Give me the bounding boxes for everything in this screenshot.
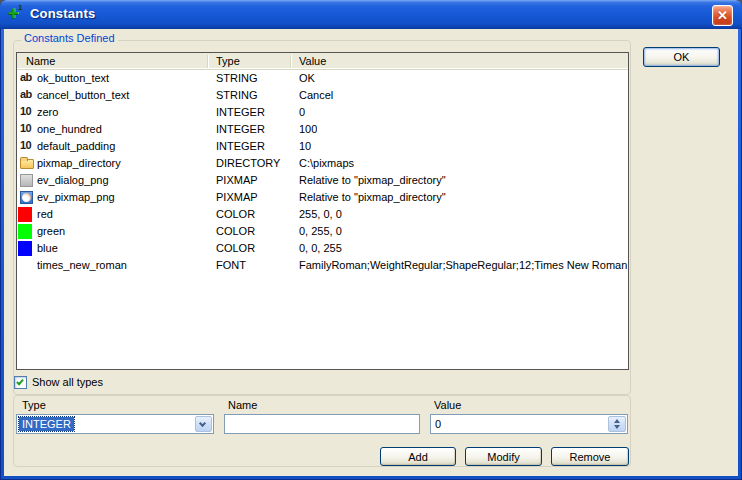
value-input[interactable] (431, 415, 607, 433)
plus-icon: + (8, 3, 19, 24)
pixmap-gray-icon (20, 174, 33, 187)
constant-name: times_new_roman (37, 259, 127, 271)
constant-value: Relative to "pixmap_directory" (299, 191, 446, 203)
constant-type: INTEGER (216, 106, 265, 118)
constant-type: STRING (216, 72, 258, 84)
constant-name: default_padding (37, 140, 115, 152)
color-swatch-icon (18, 207, 32, 222)
spinner-buttons (608, 416, 626, 432)
constant-value: 10 (299, 140, 311, 152)
modify-button[interactable]: Modify (465, 447, 542, 466)
remove-button[interactable]: Remove (551, 447, 629, 466)
ok-button[interactable]: OK (643, 47, 720, 67)
titlebar[interactable]: + 1 Constants ✕ (0, 0, 742, 29)
type-combobox-selected-value: INTEGER (19, 417, 74, 431)
constants-dialog-window: + 1 Constants ✕ OK Constants Defined Nam… (0, 0, 742, 480)
constant-name: red (37, 208, 53, 220)
checkmark-icon (16, 378, 24, 386)
constant-type: PIXMAP (216, 191, 258, 203)
header-separator (207, 55, 209, 68)
close-button[interactable]: ✕ (712, 5, 733, 26)
table-row[interactable]: redCOLOR255, 0, 0 (17, 206, 628, 223)
table-row[interactable]: pixmap_directoryDIRECTORYC:\pixmaps (17, 155, 628, 172)
groupbox-title: Constants Defined (21, 32, 118, 44)
constant-name: green (37, 225, 65, 237)
value-label: Value (434, 399, 461, 411)
value-spinbox[interactable] (430, 414, 628, 434)
constant-type: INTEGER (216, 140, 265, 152)
color-swatch-icon (18, 224, 32, 239)
checkbox-label: Show all types (32, 376, 103, 388)
type-label: Type (22, 399, 46, 411)
constant-value: 0 (299, 106, 305, 118)
constant-value: FamilyRoman;WeightRegular;ShapeRegular;1… (299, 259, 627, 271)
color-swatch-icon (18, 241, 32, 256)
constant-type: PIXMAP (216, 174, 258, 186)
header-separator (290, 55, 292, 68)
spin-down-button[interactable] (609, 423, 625, 431)
constant-type: INTEGER (216, 123, 265, 135)
plus-icon-superscript: 1 (18, 3, 22, 12)
window-title: Constants (30, 6, 95, 21)
combobox-dropdown-button[interactable] (195, 416, 212, 432)
constant-type: STRING (216, 89, 258, 101)
table-row[interactable]: 10zeroINTEGER0 (17, 104, 628, 121)
arrow-down-icon (614, 425, 620, 429)
constant-type: DIRECTORY (216, 157, 280, 169)
type-combobox[interactable]: INTEGER (16, 414, 214, 434)
column-header-name[interactable]: Name (26, 55, 55, 67)
constant-name: cancel_button_text (37, 89, 129, 101)
table-row[interactable]: times_new_romanFONTFamilyRoman;WeightReg… (17, 257, 628, 274)
integer-icon: 10 (20, 105, 35, 119)
integer-icon: 10 (20, 139, 35, 153)
table-row[interactable]: ev_dialog_pngPIXMAPRelative to "pixmap_d… (17, 172, 628, 189)
table-row[interactable]: blueCOLOR0, 0, 255 (17, 240, 628, 257)
chevron-down-icon (199, 420, 206, 427)
integer-icon: 10 (20, 122, 35, 136)
constant-name: ev_pixmap_png (37, 191, 115, 203)
pixmap-sphere-icon (20, 191, 33, 204)
constant-value: C:\pixmaps (299, 157, 354, 169)
table-row[interactable]: abcancel_button_textSTRINGCancel (17, 87, 628, 104)
constants-table: Name Type Value abok_button_textSTRINGOK… (16, 52, 629, 370)
string-icon: ab (20, 88, 35, 102)
string-icon: ab (20, 71, 35, 85)
table-header: Name Type Value (17, 53, 628, 70)
add-button[interactable]: Add (380, 447, 456, 466)
checkbox-box[interactable] (14, 376, 27, 389)
constant-name: zero (37, 106, 58, 118)
table-row[interactable]: ev_pixmap_pngPIXMAPRelative to "pixmap_d… (17, 189, 628, 206)
column-header-value[interactable]: Value (299, 55, 326, 67)
constant-value: 255, 0, 0 (299, 208, 342, 220)
constant-name: pixmap_directory (37, 157, 121, 169)
table-body: abok_button_textSTRINGOKabcancel_button_… (17, 70, 628, 274)
constant-name: one_hundred (37, 123, 102, 135)
constant-name: blue (37, 242, 58, 254)
constant-name: ev_dialog_png (37, 174, 109, 186)
constant-value: 0, 255, 0 (299, 225, 342, 237)
constant-value: 100 (299, 123, 317, 135)
table-row[interactable]: 10default_paddingINTEGER10 (17, 138, 628, 155)
constant-value: Cancel (299, 89, 333, 101)
directory-icon (20, 159, 34, 169)
constant-value: 0, 0, 255 (299, 242, 342, 254)
constant-type: FONT (216, 259, 246, 271)
table-row[interactable]: 10one_hundredINTEGER100 (17, 121, 628, 138)
constant-value: Relative to "pixmap_directory" (299, 174, 446, 186)
name-input[interactable] (224, 414, 420, 434)
close-icon: ✕ (717, 8, 728, 23)
constant-type: COLOR (216, 208, 255, 220)
constant-type: COLOR (216, 225, 255, 237)
constants-app-icon: + 1 (8, 6, 26, 24)
column-header-type[interactable]: Type (216, 55, 240, 67)
name-label: Name (228, 399, 257, 411)
constant-type: COLOR (216, 242, 255, 254)
constant-name: ok_button_text (37, 72, 109, 84)
table-row[interactable]: greenCOLOR0, 255, 0 (17, 223, 628, 240)
constant-value: OK (299, 72, 315, 84)
table-row[interactable]: abok_button_textSTRINGOK (17, 70, 628, 87)
